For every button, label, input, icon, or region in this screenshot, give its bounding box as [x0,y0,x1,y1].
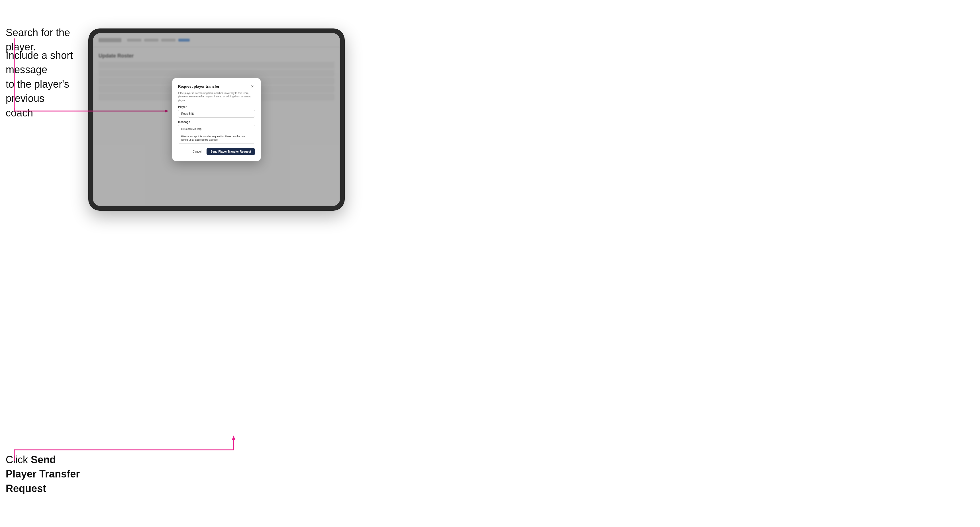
message-textarea[interactable]: Hi Coach McHarg, Please accept this tran… [178,125,255,143]
annotation-click: Click Send Player Transfer Request [6,453,86,496]
message-line2: to the player's previous [6,78,69,104]
annotation-message: Include a short message to the player's … [6,48,86,120]
send-transfer-request-button[interactable]: Send Player Transfer Request [207,148,255,155]
svg-marker-7 [232,436,235,440]
player-label: Player [178,105,255,108]
player-input[interactable] [178,110,255,117]
message-label: Message [178,121,255,124]
cancel-button[interactable]: Cancel [190,148,204,155]
modal-description: If the player is transferring from anoth… [178,91,255,102]
close-button[interactable]: × [250,84,255,89]
modal-overlay: Request player transfer × If the player … [93,33,340,206]
tablet-screen: Update Roster Request player transfer × … [93,33,340,206]
modal-footer: Cancel Send Player Transfer Request [178,148,255,155]
modal-header: Request player transfer × [178,84,255,89]
click-prefix: Click [6,454,31,465]
modal-title: Request player transfer [178,84,220,89]
tablet-device: Update Roster Request player transfer × … [88,29,345,211]
modal-dialog: Request player transfer × If the player … [172,78,261,161]
message-line1: Include a short message [6,49,73,75]
message-line3: coach [6,107,33,119]
